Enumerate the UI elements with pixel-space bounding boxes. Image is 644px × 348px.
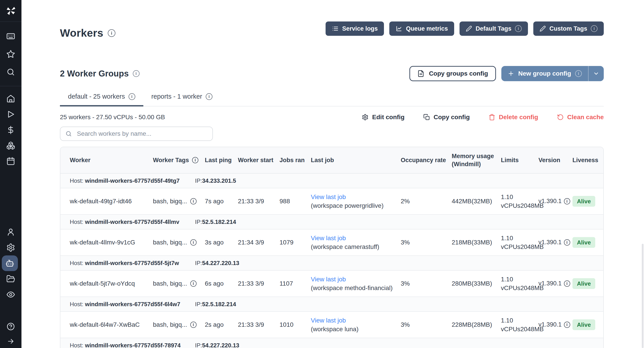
info-icon[interactable]: i bbox=[190, 322, 196, 328]
arrow-right-icon bbox=[7, 337, 15, 345]
search-workers-input[interactable] bbox=[76, 130, 208, 138]
sidebar-item-home[interactable] bbox=[2, 91, 20, 106]
worker-groups-header: 2 Worker Groups i Copy groups config New… bbox=[60, 66, 604, 81]
host-ip: IP:52.5.182.214 bbox=[195, 215, 236, 229]
sidebar-item-search[interactable] bbox=[2, 63, 20, 81]
version: v1.390.1i bbox=[538, 238, 572, 247]
plus-icon bbox=[508, 70, 514, 77]
host-label: Host: bbox=[70, 260, 84, 266]
col-liveness: Liveness bbox=[572, 156, 603, 164]
col-last-ping: Last ping bbox=[205, 156, 238, 164]
info-icon[interactable]: i bbox=[564, 198, 570, 204]
liveness-badge: Alive bbox=[572, 319, 595, 330]
queue-metrics-button[interactable]: Queue metrics bbox=[389, 22, 454, 36]
sidebar-item-workspace-switcher[interactable] bbox=[2, 27, 20, 45]
copy-config-button[interactable]: Copy config bbox=[423, 114, 470, 121]
scrollbar-thumb[interactable] bbox=[642, 244, 644, 348]
main-content: Workers i Service logs Queue metrics Def… bbox=[60, 0, 604, 348]
occupancy-rate: 3% bbox=[401, 279, 452, 288]
table-header: Worker Worker Tagsi Last ping Worker sta… bbox=[60, 147, 603, 174]
group-summary: 25 workers - 27.50 vCPUs - 50.00 GB bbox=[60, 114, 165, 121]
info-icon[interactable]: i bbox=[591, 25, 598, 32]
sidebar-item-expand[interactable] bbox=[2, 336, 20, 347]
line-chart-icon bbox=[396, 25, 402, 32]
sidebar-item-audit-logs[interactable] bbox=[2, 287, 20, 302]
col-limits: Limits bbox=[501, 156, 538, 164]
sidebar-item-usage[interactable] bbox=[2, 122, 20, 138]
liveness: Alive bbox=[572, 237, 603, 248]
view-last-job-link[interactable]: View last job bbox=[311, 275, 396, 284]
sidebar-item-favorites[interactable] bbox=[2, 45, 20, 63]
view-last-job-link[interactable]: View last job bbox=[311, 234, 396, 242]
info-icon[interactable]: i bbox=[108, 29, 116, 37]
worker-start: 21:33 3/9 bbox=[238, 320, 280, 329]
info-icon[interactable]: i bbox=[128, 93, 135, 100]
info-icon[interactable]: i bbox=[575, 70, 582, 77]
liveness-badge: Alive bbox=[572, 196, 595, 207]
home-icon bbox=[6, 94, 15, 103]
host-name: windmill-workers-67757d55f-4llmv bbox=[85, 218, 179, 225]
worker-row: wk-default-49tg7-idt46 bash, bigq...i 7s… bbox=[60, 188, 603, 215]
liveness: Alive bbox=[572, 319, 603, 330]
view-last-job-link[interactable]: View last job bbox=[311, 316, 396, 325]
jobs-ran: 988 bbox=[280, 197, 311, 206]
workers-table: Worker Worker Tagsi Last ping Worker sta… bbox=[60, 147, 604, 348]
service-logs-button[interactable]: Service logs bbox=[326, 22, 384, 36]
default-tags-button[interactable]: Default Tags i bbox=[460, 22, 528, 36]
copy-groups-config-button[interactable]: Copy groups config bbox=[410, 66, 496, 81]
boxes-icon bbox=[6, 141, 15, 150]
host-name: windmill-workers-67757d55f-49tg7 bbox=[85, 177, 180, 184]
worker-start: 21:33 3/9 bbox=[238, 197, 280, 206]
chevron-down-icon bbox=[593, 70, 599, 77]
info-icon[interactable]: i bbox=[192, 157, 198, 163]
page-title: Workers bbox=[60, 27, 103, 39]
sidebar-item-help[interactable] bbox=[2, 318, 20, 334]
custom-tags-button[interactable]: Custom Tags i bbox=[533, 22, 604, 36]
sidebar-item-settings[interactable] bbox=[2, 240, 20, 256]
edit-config-button[interactable]: Edit config bbox=[362, 114, 404, 121]
table-body: Host: windmill-workers-67757d55f-49tg7 I… bbox=[60, 174, 603, 348]
info-icon[interactable]: i bbox=[206, 93, 212, 100]
info-icon[interactable]: i bbox=[564, 239, 570, 246]
dollar-icon bbox=[6, 126, 15, 134]
sidebar-item-workers[interactable] bbox=[2, 256, 18, 271]
col-memory-usage: Memory usage (Windmill) bbox=[452, 152, 501, 168]
last-ping: 7s ago bbox=[205, 197, 238, 206]
info-icon[interactable]: i bbox=[133, 70, 140, 77]
worker-tags: bash, bigq...i bbox=[153, 320, 205, 329]
info-icon[interactable]: i bbox=[564, 280, 570, 287]
sidebar-item-users[interactable] bbox=[2, 224, 20, 240]
new-group-config-button[interactable]: New group config i bbox=[501, 66, 604, 81]
sidebar-group-admin bbox=[2, 224, 20, 302]
delete-config-button[interactable]: Delete config bbox=[488, 114, 538, 121]
host-ip: IP:34.233.201.5 bbox=[195, 174, 236, 188]
sidebar-item-runs[interactable] bbox=[2, 106, 20, 122]
new-group-config-dropdown[interactable] bbox=[588, 66, 604, 81]
info-icon[interactable]: i bbox=[190, 239, 196, 246]
info-icon[interactable]: i bbox=[190, 280, 196, 287]
sidebar-item-resources[interactable] bbox=[2, 138, 20, 154]
tab-reports[interactable]: reports - 1 worker i bbox=[143, 91, 220, 106]
host-label: Host: bbox=[70, 218, 84, 225]
col-version: Version bbox=[538, 156, 572, 164]
limits: 1.10 vCPUs2048MB bbox=[501, 234, 538, 251]
memory-usage: 228MB(28MB) bbox=[452, 320, 501, 329]
col-worker-tags: Worker Tagsi bbox=[153, 156, 205, 164]
tab-default[interactable]: default - 25 workers i bbox=[60, 91, 143, 106]
last-job-workspace: (workspace powergridlive) bbox=[311, 201, 396, 210]
trash-icon bbox=[488, 114, 495, 120]
worker-row: wk-default-6l4w7-XwBaC bash, bigq...i 2s… bbox=[60, 312, 603, 338]
info-icon[interactable]: i bbox=[190, 198, 196, 204]
windmill-logo[interactable] bbox=[0, 0, 22, 22]
info-icon[interactable]: i bbox=[515, 25, 522, 32]
last-ping: 3s ago bbox=[205, 238, 238, 247]
memory-usage: 280MB(33MB) bbox=[452, 279, 501, 288]
worker-row: wk-default-5jt7w-oYdcq bash, bigq...i 6s… bbox=[60, 270, 603, 297]
sidebar-item-folders[interactable] bbox=[2, 271, 20, 287]
sidebar-item-schedules[interactable] bbox=[2, 154, 20, 169]
clean-cache-button[interactable]: Clean cache bbox=[557, 114, 604, 121]
play-icon bbox=[6, 110, 15, 119]
info-icon[interactable]: i bbox=[564, 322, 570, 328]
last-job: View last job(workspace camerastuff) bbox=[311, 234, 401, 251]
view-last-job-link[interactable]: View last job bbox=[311, 192, 396, 201]
